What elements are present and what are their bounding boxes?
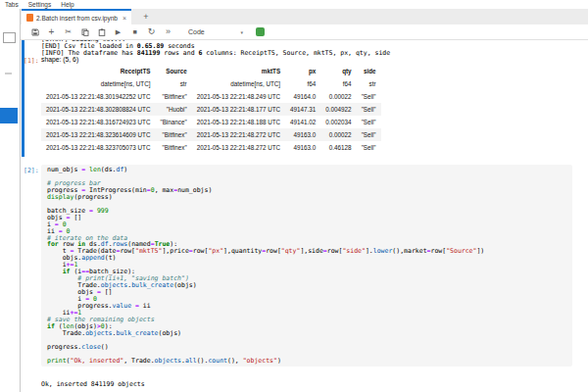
table-row: 2021-05-13 22:21:48.323705073 UTC"Bitfin…: [41, 141, 381, 154]
text-line: [47, 173, 566, 180]
sidebar-divider-dash: [5, 73, 12, 74]
menu-bar: Tabs Settings Help: [0, 0, 588, 9]
table-cell: "Sell": [357, 116, 381, 128]
table-cell: 0.004922: [320, 103, 356, 116]
table-cell: 2021-05-13 22:21:48.177 UTC: [192, 103, 285, 116]
table-cell: "Sell": [357, 128, 381, 141]
chevron-down-icon: ▾: [240, 29, 243, 35]
text-line: i = 0: [47, 221, 566, 228]
text-line: [47, 201, 566, 208]
cell-type-value: Code: [188, 28, 205, 35]
text-line: batch_size = 999: [47, 208, 566, 215]
table-cell: "Binance": [155, 116, 191, 128]
notebook-tab[interactable]: 2.Batch insert from csv.ipynb ×: [22, 9, 131, 24]
restart-kernel-icon[interactable]: ↻: [147, 27, 156, 36]
table-cell: "Bitfinex": [155, 90, 191, 103]
text-line: display(progress): [47, 194, 566, 201]
table-cell: f64: [320, 77, 356, 90]
table-cell: mktTS: [192, 65, 285, 77]
interrupt-kernel-icon[interactable]: ■: [130, 27, 139, 36]
menu-item-help[interactable]: Help: [61, 1, 74, 8]
table-cell: 2021-05-13 22:21:48.323614609 UTC: [41, 128, 155, 141]
text-line: progress = IntProgress(min=0, max=num_ob…: [47, 187, 566, 194]
notebook-content: [START] Loading csv...[END] Csv file loa…: [21, 40, 588, 392]
table-cell: f64: [285, 77, 320, 90]
output-prompt: [1]:: [24, 57, 39, 65]
table-cell: 0.00022: [320, 90, 356, 103]
table-cell: 2021-05-13 22:21:48.316724923 UTC: [41, 116, 155, 128]
table-cell: 2021-05-13 22:21:48.272 UTC: [192, 128, 285, 141]
notebook-icon: [26, 14, 33, 22]
add-cell-icon[interactable]: +: [47, 27, 56, 36]
table-row: datetime[ns, UTC]strdatetime[ns, UTC]f64…: [41, 77, 381, 90]
text-line: progress.value = ii: [47, 303, 566, 310]
table-cell: "Huobi": [155, 103, 191, 116]
table-cell: px: [285, 65, 320, 77]
new-tab-button[interactable]: +: [138, 9, 154, 24]
table-cell: 2021-05-13 22:21:48.249 UTC: [192, 90, 285, 103]
left-sidebar: [0, 9, 21, 392]
tab-bar: 2.Batch insert from csv.ipynb × +: [21, 9, 588, 24]
table-cell: "Sell": [357, 90, 381, 103]
text-line: objs = []: [47, 289, 566, 296]
sidebar-scroll-indicator[interactable]: [0, 108, 18, 123]
table-row: ReceiptTSSourcemktTSpxqtyside: [41, 65, 381, 77]
paste-cells-icon[interactable]: [97, 28, 106, 36]
table-cell: "Bitfinex": [155, 141, 191, 154]
text-line: [INFO] The dataframe has 841199 rows and…: [41, 50, 390, 57]
cell-type-dropdown[interactable]: Code ▾: [188, 28, 243, 35]
code-editor[interactable]: num_objs = len(ds.df) # progress barprog…: [41, 165, 572, 367]
code-cell[interactable]: num_objs = len(ds.df) # progress barprog…: [41, 165, 572, 367]
table-cell: "Bitfinex": [155, 128, 191, 141]
table-cell: 49163.0: [285, 141, 320, 154]
cut-cells-icon[interactable]: ✂: [64, 27, 73, 36]
menu-item-tabs[interactable]: Tabs: [5, 1, 19, 8]
table-row: 2021-05-13 22:21:48.316724923 UTC"Binanc…: [41, 116, 381, 128]
table-cell: Source: [155, 65, 191, 77]
table-cell: 49164.0: [285, 90, 320, 103]
kernel-badge-icon[interactable]: [256, 27, 265, 36]
table-cell: qty: [320, 65, 356, 77]
text-line: progress.close(): [47, 344, 566, 351]
dataframe-table: ReceiptTSSourcemktTSpxqtysidedatetime[ns…: [41, 65, 381, 154]
run-cell-icon[interactable]: ▶: [114, 27, 122, 36]
table-cell: 0.46128: [320, 141, 356, 154]
tab-close-icon[interactable]: ×: [122, 15, 126, 22]
table-cell: 2021-05-13 22:21:48.188 UTC: [192, 116, 285, 128]
table-cell: 0.00022: [320, 128, 356, 141]
table-cell: 2021-05-13 22:21:48.272 UTC: [192, 141, 285, 154]
table-row: 2021-05-13 22:21:48.323614609 UTC"Bitfin…: [41, 128, 381, 141]
table-cell: side: [357, 65, 381, 77]
copy-cells-icon[interactable]: [80, 28, 89, 36]
table-cell: "Sell": [357, 103, 381, 116]
table-cell: 0.002034: [320, 116, 356, 128]
menu-item-settings[interactable]: Settings: [28, 1, 52, 8]
table-row: 2021-05-13 22:21:48.301942252 UTC"Bitfin…: [41, 90, 381, 103]
dataframe-shape-label: shape: (5, 6): [41, 56, 78, 63]
text-line: Trade.objects.bulk_create(objs): [47, 330, 566, 337]
text-line: Trade.objects.bulk_create(objs): [47, 282, 566, 289]
run-all-icon[interactable]: »: [164, 27, 172, 36]
table-cell: "Sell": [357, 141, 381, 154]
text-line: objs = []: [47, 215, 566, 221]
table-row: 2021-05-13 22:21:48.302808824 UTC"Huobi"…: [41, 103, 381, 116]
stdout-output: [START] Loading csv...[END] Csv file loa…: [41, 40, 390, 58]
table-cell: 2021-05-13 22:21:48.302808824 UTC: [41, 103, 155, 116]
table-cell: str: [155, 77, 191, 90]
sidebar-panel-box[interactable]: [3, 32, 16, 43]
text-line: # save the remaining objects: [47, 317, 566, 323]
text-line: print("Ok, inserted", Trade.objects.all(…: [47, 358, 566, 365]
table-cell: ReceiptTS: [41, 65, 155, 77]
table-cell: datetime[ns, UTC]: [41, 77, 155, 90]
text-line: [47, 337, 566, 344]
text-line: num_objs = len(ds.df): [47, 167, 566, 173]
tab-title: 2.Batch insert from csv.ipynb: [36, 15, 118, 22]
table-cell: 2021-05-13 22:21:48.323705073 UTC: [41, 141, 155, 154]
input-prompt: [2]:: [24, 167, 39, 174]
table-cell: str: [357, 77, 381, 90]
save-icon[interactable]: [30, 28, 39, 36]
table-cell: datetime[ns, UTC]: [192, 77, 285, 90]
table-cell: 49141.02: [285, 116, 320, 128]
text-line: t = Trade(date=row["mktTS"],price=row["p…: [47, 248, 566, 255]
table-cell: 49163.0: [285, 128, 320, 141]
